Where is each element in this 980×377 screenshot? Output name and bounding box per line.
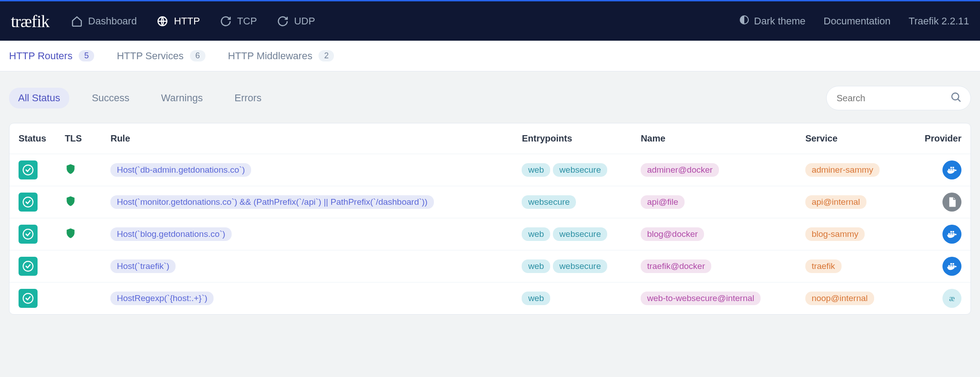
service-chip: blog-sammy bbox=[805, 227, 865, 241]
documentation-link[interactable]: Documentation bbox=[823, 15, 890, 27]
nav-udp[interactable]: UDP bbox=[277, 15, 315, 27]
col-header-name[interactable]: Name bbox=[632, 123, 796, 154]
nav-label: Dashboard bbox=[88, 15, 137, 27]
shield-icon bbox=[65, 168, 76, 178]
search-wrap bbox=[826, 86, 971, 110]
service-chip: noop@internal bbox=[805, 292, 874, 305]
nav-label: HTTP bbox=[174, 15, 200, 27]
entrypoint-chip: websecure bbox=[553, 227, 607, 241]
version-label: Traefik 2.2.11 bbox=[909, 15, 969, 27]
sub-navigation: HTTP Routers 5 HTTP Services 6 HTTP Midd… bbox=[0, 41, 980, 71]
home-icon bbox=[71, 15, 83, 27]
subnav-http-routers[interactable]: HTTP Routers 5 bbox=[9, 50, 94, 62]
refresh-icon bbox=[277, 15, 289, 27]
file-provider-icon bbox=[942, 193, 961, 212]
docs-label: Documentation bbox=[823, 15, 890, 27]
filter-success[interactable]: Success bbox=[83, 88, 138, 108]
col-header-provider[interactable]: Provider bbox=[915, 123, 970, 154]
rule-chip: HostRegexp(`{host:.+}`) bbox=[110, 292, 214, 305]
shield-icon bbox=[65, 232, 76, 242]
table-row[interactable]: HostRegexp(`{host:.+}`)webweb-to-websecu… bbox=[10, 283, 970, 315]
rule-chip: Host(`blog.getdonations.co`) bbox=[110, 227, 232, 241]
search-input[interactable] bbox=[826, 86, 971, 110]
entrypoint-chip: websecure bbox=[522, 195, 576, 209]
subnav-http-services[interactable]: HTTP Services 6 bbox=[117, 50, 205, 62]
nav-http[interactable]: HTTP bbox=[157, 15, 200, 27]
globe-icon bbox=[157, 15, 168, 27]
subnav-label: HTTP Middlewares bbox=[228, 50, 313, 62]
theme-toggle[interactable]: Dark theme bbox=[739, 14, 806, 28]
col-header-status[interactable]: Status bbox=[10, 123, 56, 154]
col-header-entrypoints[interactable]: Entrypoints bbox=[513, 123, 632, 154]
nav-dashboard[interactable]: Dashboard bbox=[71, 15, 137, 27]
subnav-label: HTTP Routers bbox=[9, 50, 72, 62]
table-row[interactable]: Host(`monitor.getdonations.co`) && (Path… bbox=[10, 186, 970, 218]
name-chip: traefik@docker bbox=[641, 259, 711, 273]
main-header: træfik Dashboard HTTP TCP UDP Dark theme… bbox=[0, 1, 980, 41]
col-header-tls[interactable]: TLS bbox=[56, 123, 101, 154]
shield-icon bbox=[65, 200, 76, 210]
count-badge: 6 bbox=[190, 50, 205, 61]
name-chip: blog@docker bbox=[641, 227, 704, 241]
name-chip: web-to-websecure@internal bbox=[641, 292, 761, 305]
refresh-icon bbox=[220, 15, 232, 27]
entrypoint-chip: web bbox=[522, 292, 550, 305]
theme-label: Dark theme bbox=[754, 15, 806, 27]
entrypoint-chip: websecure bbox=[553, 163, 607, 177]
internal-provider-icon bbox=[942, 289, 961, 308]
entrypoint-chip: web bbox=[522, 227, 550, 241]
entrypoint-chip: web bbox=[522, 259, 550, 273]
rule-chip: Host(`db-admin.getdonations.co`) bbox=[110, 163, 251, 177]
status-success-icon bbox=[19, 160, 38, 179]
status-success-icon bbox=[19, 225, 38, 244]
content-area: All Status Success Warnings Errors Statu… bbox=[0, 71, 980, 329]
filter-all-status[interactable]: All Status bbox=[9, 88, 69, 108]
nav-tcp[interactable]: TCP bbox=[220, 15, 257, 27]
status-filters: All Status Success Warnings Errors bbox=[9, 86, 971, 110]
routers-table-card: Status TLS Rule Entrypoints Name Service… bbox=[9, 123, 971, 315]
search-icon bbox=[950, 91, 962, 105]
name-chip: adminer@docker bbox=[641, 163, 719, 177]
rule-chip: Host(`monitor.getdonations.co`) && (Path… bbox=[110, 195, 434, 209]
subnav-http-middlewares[interactable]: HTTP Middlewares 2 bbox=[228, 50, 334, 62]
table-row[interactable]: Host(`db-admin.getdonations.co`)webwebse… bbox=[10, 154, 970, 186]
name-chip: api@file bbox=[641, 195, 685, 209]
entrypoint-chip: web bbox=[522, 163, 550, 177]
version-label-wrap[interactable]: Traefik 2.2.11 bbox=[909, 15, 969, 27]
routers-table: Status TLS Rule Entrypoints Name Service… bbox=[10, 123, 970, 314]
nav-label: UDP bbox=[294, 15, 315, 27]
count-badge: 5 bbox=[79, 50, 94, 61]
docker-provider-icon bbox=[942, 257, 961, 276]
col-header-rule[interactable]: Rule bbox=[101, 123, 513, 154]
table-row[interactable]: Host(`blog.getdonations.co`)webwebsecure… bbox=[10, 218, 970, 250]
status-success-icon bbox=[19, 193, 38, 212]
filter-warnings[interactable]: Warnings bbox=[152, 88, 212, 108]
docker-provider-icon bbox=[942, 160, 961, 179]
docker-provider-icon bbox=[942, 225, 961, 244]
status-success-icon bbox=[19, 257, 38, 276]
subnav-label: HTTP Services bbox=[117, 50, 184, 62]
service-chip: adminer-sammy bbox=[805, 163, 880, 177]
svg-point-2 bbox=[952, 93, 959, 100]
service-chip: api@internal bbox=[805, 195, 866, 209]
status-success-icon bbox=[19, 289, 38, 308]
nav-label: TCP bbox=[237, 15, 257, 27]
table-row[interactable]: Host(`traefik`)webwebsecuretraefik@docke… bbox=[10, 250, 970, 283]
entrypoint-chip: websecure bbox=[553, 259, 607, 273]
count-badge: 2 bbox=[319, 50, 334, 61]
service-chip: traefik bbox=[805, 259, 842, 273]
half-circle-icon bbox=[739, 14, 750, 28]
filter-errors[interactable]: Errors bbox=[225, 88, 271, 108]
rule-chip: Host(`traefik`) bbox=[110, 259, 176, 273]
logo: træfik bbox=[11, 11, 49, 31]
col-header-service[interactable]: Service bbox=[796, 123, 915, 154]
